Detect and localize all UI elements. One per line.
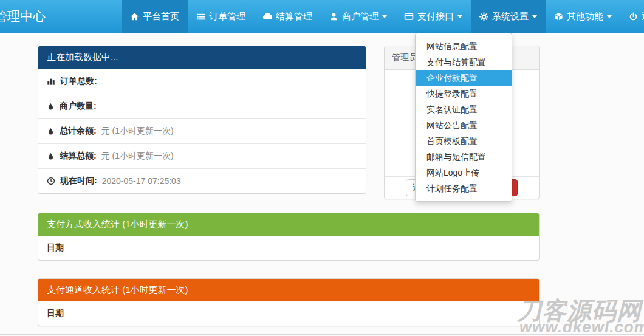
nav-item-label: 系统设置 [492,11,529,22]
pay-method-panel-date-label: 日期 [38,236,539,260]
nav-item-label: 商户管理 [342,11,379,22]
stat-value: 元 (1小时更新一次) [101,126,174,137]
pay-channel-income-panel: 支付通道收入统计 (1小时更新一次) 日期 [38,278,540,326]
nav-item-label: 支付接口 [417,11,454,22]
stats-panel-header: 正在加载数据中... [38,46,366,69]
brand-title: 管理中心 [0,0,46,33]
chevron-down-icon [607,15,612,18]
pay-channel-panel-header: 支付通道收入统计 (1小时更新一次) [38,279,539,301]
nav-item-label: 退出登录 [642,11,644,22]
stats-panel: 正在加载数据中... 订单总数: 商户数量: 总计余额: 元 (1小时更新一次)… [38,46,366,194]
nav-item-settlement[interactable]: 结算管理 [254,0,321,33]
stat-row-merchant-count: 商户数量: [38,94,366,118]
stat-value: 元 (1小时更新一次) [101,151,174,162]
nav-item-payment-interface[interactable]: 支付接口 [396,0,471,33]
dropdown-item-cron-task[interactable]: 计划任务配置 [416,180,512,196]
dropdown-item-enterprise-payment[interactable]: 企业付款配置 [416,70,512,86]
stat-label: 总计余额: [60,126,97,137]
stat-label: 商户数量: [60,101,97,112]
chevron-down-icon [532,15,537,18]
top-navbar: 管理中心 平台首页 订单管理 结算管理 商户管理 [0,0,644,33]
clock-icon [47,177,55,185]
dropdown-item-site-announcement[interactable]: 网站公告配置 [416,117,512,133]
stat-label: 结算总额: [60,151,97,162]
list-icon [196,12,205,21]
dropdown-item-email-sms[interactable]: 邮箱与短信配置 [416,149,512,165]
stat-label: 订单总数: [60,76,97,87]
droplet-icon [47,153,55,160]
stat-row-current-time: 现在时间: 2020-05-17 07:25:03 [38,168,366,193]
stat-row-order-total: 订单总数: [38,69,366,94]
dropdown-item-home-template[interactable]: 首页模板配置 [416,133,512,149]
dropdown-item-real-name[interactable]: 实名认证配置 [416,101,512,117]
user-icon [329,12,338,21]
dropdown-item-site-info[interactable]: 网站信息配置 [416,38,512,54]
pay-method-panel-header: 支付方式收入统计 (1小时更新一次) [38,213,539,236]
droplet-icon [47,128,55,135]
bar-chart-icon [47,77,55,86]
nav-item-orders[interactable]: 订单管理 [188,0,254,33]
dropdown-item-logo-upload[interactable]: 网站Logo上传 [416,165,512,180]
nav-item-logout[interactable]: 退出登录 [620,0,644,33]
cloud-icon [262,12,272,21]
watermark-site-url: www.dkewl.com [519,318,644,336]
stat-row-settled-total: 结算总额: 元 (1小时更新一次) [38,143,366,168]
chevron-down-icon [457,15,462,18]
nav-menu: 平台首页 订单管理 结算管理 商户管理 支付接口 [122,0,644,33]
credit-card-icon [404,12,414,21]
dropdown-item-pay-settlement[interactable]: 支付与结算配置 [416,54,512,70]
gear-icon [479,12,488,21]
nav-item-label: 其他功能 [567,11,603,22]
power-icon [629,12,638,21]
nav-item-label: 平台首页 [143,11,179,22]
nav-item-label: 订单管理 [209,11,245,22]
dropdown-item-quick-login[interactable]: 快捷登录配置 [416,86,512,101]
nav-item-other-functions[interactable]: 其他功能 [546,0,620,33]
home-icon [130,12,139,21]
nav-item-label: 结算管理 [276,11,312,22]
cube-icon [554,12,563,21]
chevron-down-icon [382,15,387,18]
pay-method-income-panel: 支付方式收入统计 (1小时更新一次) 日期 [38,213,540,261]
system-settings-dropdown: 网站信息配置 支付与结算配置 企业付款配置 快捷登录配置 实名认证配置 网站公告… [415,33,512,202]
stat-label: 现在时间: [60,176,97,187]
nav-item-system-settings[interactable]: 系统设置 [471,0,546,33]
stat-row-total-balance: 总计余额: 元 (1小时更新一次) [38,118,366,143]
stat-value: 2020-05-17 07:25:03 [102,176,181,186]
nav-item-platform-home[interactable]: 平台首页 [122,0,188,33]
pay-channel-panel-date-label: 日期 [38,301,539,326]
droplet-icon [47,103,55,111]
nav-item-merchants[interactable]: 商户管理 [321,0,396,33]
